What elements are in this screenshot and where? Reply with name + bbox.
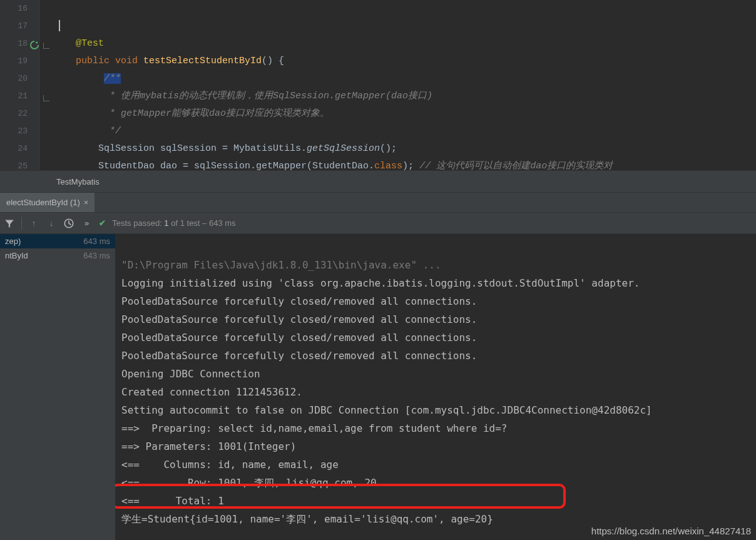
- console-line: Logging initialized using 'class org.apa…: [121, 277, 640, 289]
- down-arrow-icon[interactable]: ↓: [46, 218, 57, 229]
- tree-row[interactable]: zep)643 ms: [0, 234, 115, 248]
- console-line: Setting autocommit to false on JDBC Conn…: [121, 404, 652, 416]
- line-number: 18: [0, 35, 28, 53]
- filter-icon[interactable]: [4, 218, 15, 229]
- line-number: 23: [0, 123, 28, 140]
- breadcrumb[interactable]: TestMybatis: [56, 177, 100, 186]
- doc-comment: * getMapper能够获取dao接口对应的实现类对象。: [104, 108, 329, 119]
- console-line: PooledDataSource forcefully closed/remov…: [121, 350, 477, 362]
- run-tabs: electStudentById (1) ×: [0, 193, 756, 213]
- watermark: https://blog.csdn.net/weixin_44827418: [591, 526, 751, 536]
- code-editor[interactable]: 16 17 18 19 20 21 22 23 24 25 @Test publ…: [0, 0, 756, 170]
- fold-column: [39, 0, 56, 170]
- breadcrumb-bar: TestMybatis: [0, 170, 756, 193]
- console-line: <== Total: 1: [121, 495, 224, 507]
- annotation: @Test: [76, 38, 104, 49]
- line-number: 16: [0, 0, 28, 18]
- console-line: PooledDataSource forcefully closed/remov…: [121, 313, 477, 325]
- run-tab[interactable]: electStudentById (1) ×: [0, 193, 94, 212]
- svg-marker-0: [35, 41, 38, 44]
- console-line: PooledDataSource forcefully closed/remov…: [121, 295, 477, 307]
- line-number: 22: [0, 105, 28, 123]
- tree-row[interactable]: ntById643 ms: [0, 248, 115, 263]
- test-tree[interactable]: zep)643 ms ntById643 ms: [0, 234, 115, 540]
- console-line: 学生=Student{id=1001, name='李四', email='li…: [121, 513, 493, 525]
- test-toolbar: ↑ ↓ » ✔ Tests passed: 1 of 1 test – 643 …: [0, 213, 756, 234]
- console-line: Created connection 1121453612.: [121, 386, 302, 398]
- line-number: 21: [0, 88, 28, 105]
- check-icon: ✔: [99, 218, 106, 228]
- line-number: 24: [0, 140, 28, 158]
- gutter: 16 17 18 19 20 21 22 23 24 25: [0, 0, 39, 170]
- line-number: 17: [0, 18, 28, 35]
- code-content[interactable]: @Test public void testSelectStudentById(…: [56, 0, 756, 170]
- console-line: ==> Parameters: 1001(Integer): [121, 441, 296, 452]
- console-output[interactable]: "D:\Program Files\Java\jdk1.8.0_131\bin\…: [115, 234, 756, 540]
- close-icon[interactable]: ×: [84, 198, 89, 207]
- line-number: 19: [0, 53, 28, 70]
- up-arrow-icon[interactable]: ↑: [28, 218, 39, 229]
- console-line: <== Row: 1001, 李四, lisi@qq.com, 20: [121, 477, 377, 489]
- tests-passed-label: Tests passed: 1 of 1 test – 643 ms: [112, 218, 235, 228]
- console-line: PooledDataSource forcefully closed/remov…: [121, 332, 477, 344]
- rerun-gutter-icon[interactable]: [30, 39, 39, 48]
- clock-icon[interactable]: [63, 218, 74, 229]
- doc-comment: * 使用mybatis的动态代理机制，使用SqlSession.getMappe…: [104, 91, 432, 101]
- line-number: 25: [0, 158, 28, 175]
- console-line: <== Columns: id, name, email, age: [121, 459, 339, 471]
- doc-comment: */: [104, 126, 121, 136]
- console-line: Opening JDBC Connection: [121, 368, 260, 380]
- console-line: "D:\Program Files\Java\jdk1.8.0_131\bin\…: [121, 259, 441, 271]
- console-line: ==> Preparing: select id,name,email,age …: [121, 422, 508, 434]
- doc-comment: /**: [104, 73, 121, 84]
- line-number: 20: [0, 70, 28, 88]
